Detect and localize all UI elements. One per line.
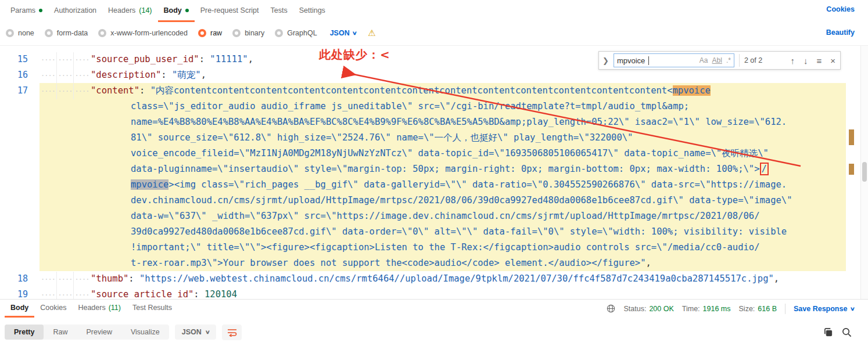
previous-match-icon[interactable]: ↑ bbox=[790, 56, 795, 65]
divider bbox=[785, 304, 785, 314]
green-dot-icon bbox=[39, 9, 42, 12]
indent-guide: ···· bbox=[73, 272, 90, 287]
code-segment: : bbox=[199, 54, 210, 64]
indent-whitespace: ············ bbox=[40, 287, 91, 300]
app-window: ParamsAuthorizationHeaders(14)BodyPre-re… bbox=[0, 0, 868, 346]
code-row: 39d0ca9927ed480da0068e1b6cee87cd.gif\" d… bbox=[40, 224, 846, 240]
body-type-raw[interactable]: raw bbox=[198, 29, 222, 37]
code-segment: : bbox=[161, 70, 172, 80]
line-number: 17 bbox=[3, 83, 28, 99]
line-number: 19 bbox=[3, 287, 28, 300]
divider bbox=[739, 54, 740, 67]
tab-label: Params bbox=[10, 6, 35, 15]
find-menu-icon[interactable]: ≡ bbox=[816, 56, 822, 65]
search-input[interactable]: mpvoice Aa Abl .* bbox=[614, 53, 734, 67]
body-type-GraphQL[interactable]: GraphQL bbox=[275, 29, 317, 37]
code-row: t-rex-roar.mp3\">Your browser does not s… bbox=[40, 255, 846, 271]
view-tab-preview[interactable]: Preview bbox=[77, 325, 121, 340]
editor-line-16[interactable]: 16············"description": "萌宠", bbox=[40, 67, 846, 83]
indent-whitespace: ············ bbox=[40, 52, 91, 68]
search-match-other: mpvoice bbox=[131, 179, 168, 190]
response-tab-body[interactable]: Body bbox=[5, 300, 34, 318]
cookies-link[interactable]: Cookies bbox=[826, 5, 855, 13]
indent-guide: ···· bbox=[56, 68, 73, 84]
annotation-missing-char-text: 此处缺少：< bbox=[319, 47, 390, 63]
editor-line-19[interactable]: 19············"source_article_id": 12010… bbox=[40, 287, 846, 300]
body-type-binary[interactable]: binary bbox=[232, 29, 264, 37]
response-tab-headers[interactable]: Headers(11) bbox=[72, 300, 127, 318]
indent-guide: ···· bbox=[73, 84, 90, 99]
warning-triangle-icon: ⚠ bbox=[368, 28, 375, 38]
response-tab-cookies[interactable]: Cookies bbox=[34, 300, 72, 318]
tab-label: Cookies bbox=[40, 304, 66, 312]
tab-body[interactable]: Body bbox=[158, 0, 195, 22]
size-badge: Size:616 B bbox=[739, 305, 777, 313]
beautify-link[interactable]: Beautify bbox=[826, 28, 855, 37]
green-dot-icon bbox=[185, 9, 189, 12]
text-caret bbox=[648, 56, 649, 65]
code-row: !important;\" title=\"\"><figure><figcap… bbox=[40, 240, 846, 255]
code-row: 81\" source_size=\"612.8\" high_size=\"2… bbox=[40, 130, 846, 146]
editor-line-17[interactable]: 17············"content": "内容contentconte… bbox=[40, 83, 846, 271]
code-segment: , bbox=[201, 70, 206, 80]
indent-guide: ···· bbox=[40, 68, 56, 84]
tab-tests[interactable]: Tests bbox=[265, 0, 293, 22]
tab-label: Test Results bbox=[132, 304, 172, 312]
tab-pre-request-script[interactable]: Pre-request Script bbox=[195, 0, 265, 22]
code-row: mpvoice><img class=\"rich_pages __bg_gif… bbox=[40, 177, 846, 193]
indent-guide: ···· bbox=[56, 272, 73, 287]
find-panel: ❯ mpvoice Aa Abl .* 2 of 2 ↑ ↓ ≡ × bbox=[598, 51, 841, 70]
scrollbar-thumb[interactable] bbox=[862, 162, 867, 182]
search-response-button[interactable] bbox=[842, 327, 852, 337]
network-globe-icon bbox=[607, 304, 615, 313]
indent-guide: ···· bbox=[40, 287, 56, 300]
search-query: mpvoice bbox=[617, 56, 645, 65]
whole-word-toggle[interactable]: Abl bbox=[712, 56, 722, 64]
save-response-button[interactable]: Save Response ∨ bbox=[794, 305, 855, 313]
radio-label: binary bbox=[245, 29, 264, 37]
body-type-none[interactable]: none bbox=[6, 29, 34, 37]
body-language-dropdown[interactable]: JSON∨ bbox=[330, 29, 357, 37]
radio-label: none bbox=[18, 29, 34, 37]
view-tab-pretty[interactable]: Pretty bbox=[5, 325, 44, 340]
tab-count: (11) bbox=[109, 304, 121, 312]
code-segment: "source_pub_user_id" bbox=[91, 54, 199, 64]
scrollbar-match-marker bbox=[849, 164, 854, 175]
tab-headers[interactable]: Headers(14) bbox=[102, 0, 157, 22]
expand-replace-icon[interactable]: ❯ bbox=[602, 56, 609, 65]
view-tab-visualize[interactable]: Visualize bbox=[121, 325, 169, 340]
close-icon[interactable]: × bbox=[830, 56, 835, 65]
tab-label: Authorization bbox=[54, 6, 96, 15]
json-body-editor[interactable]: 15············"source_pub_user_id": "111… bbox=[0, 45, 868, 300]
body-type-x-www-form-urlencoded[interactable]: x-www-form-urlencoded bbox=[98, 29, 188, 37]
next-match-icon[interactable]: ↓ bbox=[804, 56, 808, 65]
code-segment: voice_encode_fileid=\"MzI1NjA0MDg2M18yNj… bbox=[131, 148, 769, 158]
code-segment: "thumb" bbox=[91, 273, 128, 284]
code-row: ············"description": "萌宠", bbox=[40, 67, 846, 83]
response-tab-test-results[interactable]: Test Results bbox=[127, 300, 178, 318]
wrap-lines-button[interactable] bbox=[222, 325, 242, 340]
code-segment: 39d0ca9927ed480da0068e1b6cee87cd.gif\" d… bbox=[131, 226, 787, 237]
match-case-toggle[interactable]: Aa bbox=[700, 56, 708, 64]
tab-label: Headers bbox=[108, 6, 135, 15]
code-segment: : bbox=[193, 289, 205, 300]
code-row: ············"content": "内容contentcontent… bbox=[40, 83, 846, 99]
editor-scrollbar[interactable] bbox=[860, 46, 868, 300]
view-tab-raw[interactable]: Raw bbox=[44, 325, 77, 340]
copy-response-button[interactable] bbox=[823, 327, 833, 337]
tab-params[interactable]: Params bbox=[5, 0, 48, 22]
body-type-form-data[interactable]: form-data bbox=[45, 29, 88, 37]
tab-authorization[interactable]: Authorization bbox=[48, 0, 102, 22]
body-type-bar: noneform-datax-www-form-urlencodedrawbin… bbox=[0, 23, 868, 43]
code-row: data-w=\"637\" _width=\"637px\" src=\"ht… bbox=[40, 208, 846, 224]
line-number: 18 bbox=[3, 271, 28, 287]
indent-guide: ···· bbox=[56, 287, 73, 300]
indent-whitespace: ············ bbox=[40, 84, 91, 99]
response-format-dropdown[interactable]: JSON ∨ bbox=[175, 325, 217, 340]
code-segment: , bbox=[248, 54, 253, 64]
code-row: name=%E4%B8%80%E4%B8%AA%E4%BA%BA%EF%BC%8… bbox=[40, 114, 846, 130]
code-segment: "content" bbox=[91, 85, 139, 96]
editor-line-18[interactable]: 18············"thumb": "https://web.webt… bbox=[40, 271, 846, 287]
tab-settings[interactable]: Settings bbox=[293, 0, 331, 22]
regex-toggle[interactable]: .* bbox=[726, 56, 731, 64]
